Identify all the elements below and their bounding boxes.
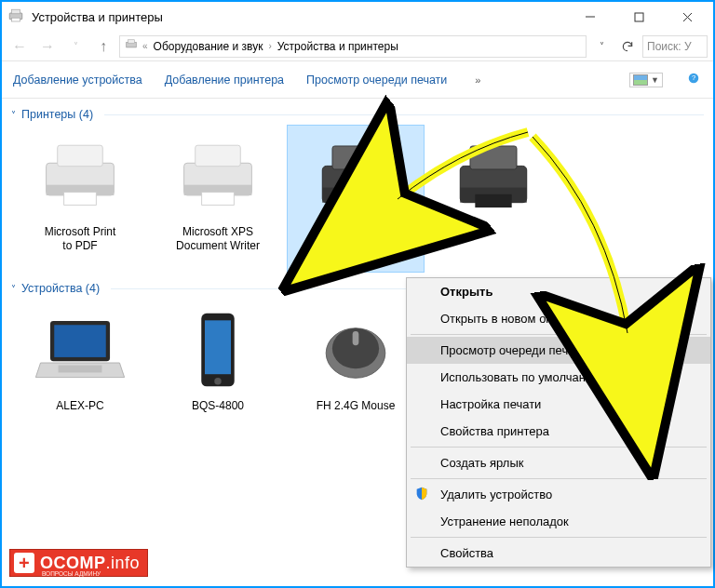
- context-menu: Открыть Открыть в новом окне Просмотр оч…: [406, 277, 711, 568]
- device-item[interactable]: FH 2.4G Mouse: [287, 299, 425, 419]
- chevron-down-icon: ▼: [651, 75, 659, 85]
- chevron-right-icon: ›: [268, 41, 271, 51]
- devices-icon: [124, 38, 139, 54]
- chevron-icon: «: [142, 41, 148, 51]
- svg-point-36: [214, 378, 221, 384]
- plus-icon: +: [14, 553, 34, 573]
- printer-label: Samsung ML-1860 Series (USB001): [290, 225, 421, 267]
- ctx-view-print-queue[interactable]: Просмотр очереди печати: [407, 337, 710, 364]
- window-title: Устройства и принтеры: [32, 10, 562, 24]
- help-button[interactable]: ?: [685, 72, 702, 87]
- svg-rect-13: [58, 145, 103, 167]
- watermark-suffix: .info: [106, 554, 141, 573]
- add-printer-button[interactable]: Добавление принтера: [165, 74, 284, 87]
- group-printers-header[interactable]: ˅ Принтеры (4): [11, 108, 704, 121]
- svg-text:?: ?: [692, 74, 695, 82]
- svg-rect-35: [205, 320, 231, 374]
- up-button[interactable]: ↑: [91, 34, 115, 59]
- svg-point-23: [333, 205, 340, 211]
- laptop-icon: [15, 306, 145, 395]
- watermark-subtitle: ВОПРОСЫ АДМИНУ: [42, 570, 101, 577]
- picture-icon: [633, 74, 648, 86]
- device-label: ALEX-PC: [15, 399, 145, 413]
- mouse-icon: [290, 306, 421, 395]
- printer-item[interactable]: Microsoft XPS Document Writer: [149, 125, 287, 273]
- view-options-button[interactable]: ▼: [629, 73, 663, 87]
- printer-icon: [15, 132, 145, 221]
- printer-label: Microsoft XPS Document Writer: [153, 225, 283, 253]
- printer-label: Microsoft Print to PDF: [15, 225, 145, 253]
- svg-rect-21: [332, 146, 379, 169]
- chevron-down-icon: ˅: [11, 110, 16, 120]
- svg-rect-8: [128, 40, 135, 44]
- svg-rect-31: [54, 325, 105, 357]
- svg-rect-25: [332, 211, 348, 218]
- ctx-open-new-window[interactable]: Открыть в новом окне: [407, 305, 710, 332]
- ctx-troubleshoot[interactable]: Устранение неполадок: [407, 508, 710, 535]
- printer-icon: [153, 132, 283, 221]
- breadcrumb-devices-printers[interactable]: Устройства и принтеры: [276, 40, 400, 53]
- ctx-create-shortcut[interactable]: Создать ярлык: [407, 449, 710, 476]
- shared-badge-icon: [330, 200, 350, 223]
- svg-rect-1: [12, 9, 20, 14]
- device-label: FH 2.4G Mouse: [290, 399, 421, 413]
- ctx-properties[interactable]: Свойства: [407, 540, 710, 567]
- view-print-queue-button[interactable]: Просмотр очереди печати: [306, 74, 447, 87]
- svg-rect-18: [202, 192, 235, 205]
- svg-rect-14: [64, 192, 97, 205]
- printer-item[interactable]: [425, 125, 562, 273]
- back-button[interactable]: ←: [7, 34, 32, 59]
- smartphone-icon: [153, 306, 283, 395]
- search-input[interactable]: Поиск: У: [642, 35, 708, 58]
- chevron-down-icon: ˅: [11, 284, 16, 294]
- printer-samsung-icon: [428, 132, 559, 221]
- svg-rect-17: [196, 145, 241, 167]
- close-button[interactable]: [667, 4, 708, 30]
- shield-icon: [414, 486, 429, 503]
- minimize-button[interactable]: [570, 4, 611, 30]
- device-item[interactable]: BQS-4800: [149, 299, 287, 419]
- device-label: BQS-4800: [153, 399, 283, 413]
- ctx-open[interactable]: Открыть: [407, 278, 710, 305]
- svg-rect-33: [59, 366, 102, 373]
- svg-rect-4: [635, 13, 643, 21]
- add-device-button[interactable]: Добавление устройства: [13, 74, 142, 87]
- ctx-set-default[interactable]: Использовать по умолчанию: [407, 364, 710, 391]
- recent-dropdown[interactable]: ˅: [63, 34, 88, 59]
- ctx-printer-properties[interactable]: Свойства принтера: [407, 418, 710, 445]
- printer-item[interactable]: Microsoft Print to PDF: [11, 125, 149, 273]
- toolbar-overflow[interactable]: »: [469, 74, 486, 86]
- address-bar[interactable]: « Оборудование и звук › Устройства и при…: [119, 35, 587, 58]
- refresh-button[interactable]: [616, 35, 639, 58]
- svg-rect-29: [475, 194, 511, 207]
- group-printers-label: Принтеры (4): [21, 108, 93, 121]
- breadcrumb-hardware-sound[interactable]: Оборудование и звук: [152, 40, 265, 53]
- addr-dropdown[interactable]: ˅: [590, 35, 613, 58]
- forward-button[interactable]: →: [35, 34, 60, 59]
- device-item[interactable]: ALEX-PC: [11, 299, 149, 419]
- watermark-badge: + OCOMP.info ВОПРОСЫ АДМИНУ: [9, 549, 148, 577]
- devices-printers-icon: [7, 7, 24, 27]
- ctx-printing-preferences[interactable]: Настройка печати: [407, 391, 710, 418]
- svg-rect-39: [353, 331, 359, 345]
- printer-samsung-icon: [290, 132, 421, 221]
- printer-item-selected[interactable]: Samsung ML-1860 Series (USB001): [287, 125, 425, 273]
- group-devices-label: Устройства (4): [21, 282, 100, 295]
- maximize-button[interactable]: [618, 4, 659, 30]
- ctx-remove-device[interactable]: Удалить устройство: [407, 481, 710, 508]
- svg-rect-28: [470, 146, 517, 169]
- svg-rect-2: [12, 18, 20, 21]
- search-placeholder: Поиск: У: [647, 40, 692, 53]
